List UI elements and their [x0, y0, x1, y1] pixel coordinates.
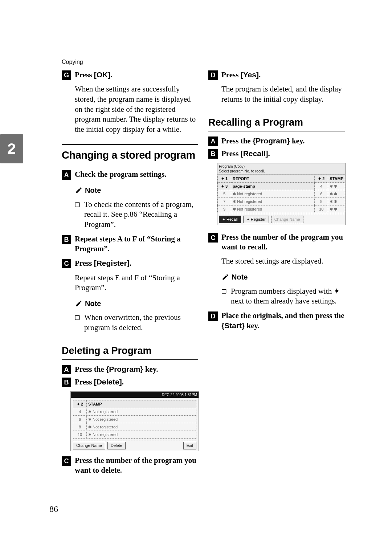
- note-bullet: ❒ To check the contents of a program, re…: [75, 200, 198, 230]
- prog-num[interactable]: 5: [218, 190, 231, 198]
- prog-num[interactable]: 10: [73, 431, 87, 439]
- prog-name[interactable]: ✱ Not registered: [87, 416, 196, 423]
- del-step-press-delete: B Press [Delete].: [62, 377, 198, 387]
- table-row: ✦ 1 REPORT ✦ 2 STAMP: [218, 175, 345, 183]
- step-text: Press: [75, 259, 94, 268]
- prog-num[interactable]: ✦ 2: [73, 400, 87, 408]
- step-number-icon: D: [208, 70, 218, 80]
- recall-key-label: [Recall]: [241, 149, 268, 158]
- bullet-icon: ❒: [221, 288, 227, 306]
- prog-name[interactable]: ✱ Not registered: [87, 423, 196, 431]
- program-key-label: {Program}: [253, 137, 290, 145]
- step-text: Press: [221, 70, 241, 79]
- step-text: Press the number of the program you want…: [221, 232, 345, 252]
- prog-name[interactable]: REPORT: [231, 175, 315, 183]
- yes-key-label: [Yes]: [241, 70, 259, 79]
- prog-num[interactable]: ✦ 1: [218, 175, 231, 183]
- rec-step-place-originals: D Place the originals, and then press th…: [208, 311, 345, 331]
- change-name-button[interactable]: Change Name: [73, 442, 105, 449]
- step-number-icon: C: [208, 233, 218, 243]
- prog-name[interactable]: ✱ Not registered: [231, 190, 315, 198]
- program-key-label: {Program}: [106, 365, 143, 373]
- del-step-program-key: A Press the {Program} key.: [62, 364, 198, 374]
- note-heading: Note: [75, 299, 198, 308]
- step-number-icon: A: [62, 365, 71, 374]
- table-row: 4✱ Not registered: [73, 408, 196, 416]
- step-text: Check the program settings.: [75, 170, 167, 179]
- step-repeat: B Repeat steps A to F of “Storing a Prog…: [62, 234, 198, 254]
- rec-step-program-key: A Press the {Program} key.: [208, 136, 345, 146]
- step-register-body: Repeat steps E and F of “Storing a Progr…: [75, 273, 198, 293]
- prog-num[interactable]: 4: [315, 183, 328, 190]
- step-press-yes: D Press [Yes].: [208, 70, 345, 80]
- program-list-table: ✦ 1 REPORT ✦ 2 STAMP ✦ 3 page-stamp 4 ✱ …: [217, 175, 345, 213]
- prog-name[interactable]: ✱ Not registered: [87, 408, 196, 416]
- program-list-table: ✦ 2STAMP 4✱ Not registered 6✱ Not regist…: [73, 400, 196, 439]
- recall-button[interactable]: ✦ Recall: [219, 216, 241, 223]
- step-text-suffix: .: [259, 70, 261, 79]
- exit-button[interactable]: Exit: [183, 442, 196, 449]
- step-number-icon: A: [208, 137, 218, 146]
- prog-name[interactable]: ✱ Not registered: [231, 198, 315, 205]
- table-row: 7 ✱ Not registered 8 ✱ ✱: [218, 198, 345, 205]
- del-step-press-number: C Press the number of the program you wa…: [62, 456, 198, 476]
- step-text: Press: [75, 378, 94, 386]
- step-text: Press: [221, 149, 241, 158]
- prog-num[interactable]: ✦ 2: [315, 175, 328, 183]
- step-text: Press the: [221, 137, 253, 145]
- prog-num[interactable]: 6: [73, 416, 87, 423]
- prog-num[interactable]: 9: [218, 205, 231, 213]
- step-number-icon: B: [62, 235, 71, 244]
- register-key-label: [Register]: [94, 259, 130, 267]
- table-row: 5 ✱ Not registered 6 ✱ ✱: [218, 190, 345, 198]
- prog-name[interactable]: ✱ ✱: [328, 205, 345, 213]
- delete-key-label: [Delete]: [94, 378, 122, 386]
- step-number-icon: C: [62, 456, 71, 466]
- pencil-icon: [75, 300, 83, 307]
- right-column: D Press [Yes]. The program is deleted, a…: [208, 70, 345, 475]
- step-press-ok: G Press [OK].: [62, 70, 198, 80]
- prog-name[interactable]: ✱ ✱: [328, 190, 345, 198]
- register-button[interactable]: ✦ Register: [243, 216, 269, 223]
- step-number-icon: B: [62, 378, 71, 387]
- prog-name[interactable]: ✱ Not registered: [231, 205, 315, 213]
- step-check-settings: A Check the program settings.: [62, 170, 198, 180]
- table-row: 9 ✱ Not registered 10 ✱ ✱: [218, 205, 345, 213]
- note-heading: Note: [75, 186, 198, 195]
- subsection-title: Deleting a Program: [62, 345, 198, 358]
- note-text: When overwritten, the previous program i…: [84, 313, 198, 333]
- prog-num[interactable]: ✦ 3: [218, 183, 231, 190]
- step-number-icon: A: [62, 170, 71, 180]
- step-text: Press the: [75, 365, 106, 374]
- rec-step-press-number: C Press the number of the program you wa…: [208, 232, 345, 252]
- prog-num[interactable]: 7: [218, 198, 231, 205]
- prog-num[interactable]: 6: [315, 190, 328, 198]
- rec-step-body: The stored settings are displayed.: [221, 256, 345, 266]
- prog-num[interactable]: 4: [73, 408, 87, 416]
- step-text-suffix: key.: [143, 365, 158, 374]
- delete-button[interactable]: Delete: [107, 442, 126, 449]
- section-changing-program: Changing a stored program: [62, 144, 198, 165]
- prog-num[interactable]: 10: [315, 205, 328, 213]
- bullet-icon: ❒: [75, 201, 81, 230]
- prog-name[interactable]: STAMP: [87, 400, 196, 408]
- note-label: Note: [85, 299, 101, 308]
- step-number-icon: G: [62, 70, 71, 80]
- step-text: Press the number of the program you want…: [75, 456, 198, 476]
- prog-num[interactable]: 8: [73, 423, 87, 431]
- step-number-icon: B: [208, 149, 218, 159]
- step-number-icon: C: [62, 259, 71, 268]
- prog-name[interactable]: STAMP: [328, 175, 345, 183]
- step-text: Repeat steps A to F of “Storing a Progra…: [75, 234, 198, 254]
- prog-num[interactable]: 8: [315, 198, 328, 205]
- prog-name[interactable]: ✱ Not registered: [87, 431, 196, 439]
- change-name-button[interactable]: Change Name: [271, 216, 303, 223]
- note-label: Note: [85, 186, 101, 195]
- prog-name[interactable]: ✱ ✱: [328, 183, 345, 190]
- note-text: To check the contents of a program, reca…: [84, 200, 198, 230]
- note-label: Note: [232, 272, 248, 282]
- prog-name[interactable]: ✱ ✱: [328, 198, 345, 205]
- prog-name[interactable]: page-stamp: [231, 183, 315, 190]
- step-press-register: C Press [Register].: [62, 258, 198, 268]
- step-text: Place the originals, and then press the: [221, 311, 344, 320]
